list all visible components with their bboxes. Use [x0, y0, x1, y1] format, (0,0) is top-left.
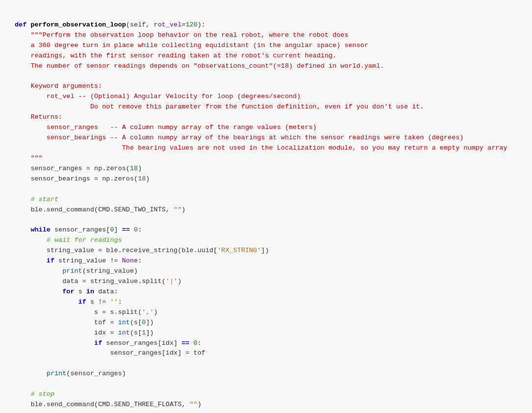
comment-wait: # wait for readings: [15, 236, 122, 244]
keyword-if-2: if: [15, 298, 86, 306]
keyword-if-1: if: [15, 257, 54, 264]
comment-start: # start: [15, 196, 58, 203]
docstring: """Perform the observation loop behavior…: [15, 31, 507, 162]
param-rot-vel: rot_vel: [154, 21, 182, 28]
keyword-def: def: [15, 21, 26, 28]
code-editor: def perform_observation_loop(self, rot_v…: [15, 10, 517, 413]
keyword-if-3: if: [15, 339, 102, 347]
keyword-for: for: [15, 288, 75, 295]
keyword-while: while: [15, 226, 51, 233]
function-name: perform_observation_loop: [30, 21, 126, 28]
comment-stop: # stop: [15, 390, 54, 398]
